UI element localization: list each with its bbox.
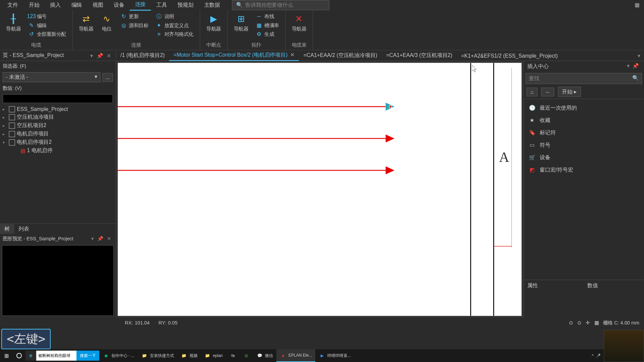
arrow-icon bbox=[386, 166, 394, 174]
back-button[interactable]: ← bbox=[541, 87, 554, 96]
menu-tool[interactable]: 工具 bbox=[151, 0, 172, 10]
drawing-area[interactable]: A bbox=[116, 61, 523, 318]
menu-edit[interactable]: 编辑 bbox=[66, 0, 87, 10]
fillrate-button[interactable]: ▦槽满率 bbox=[254, 21, 281, 29]
tags-item[interactable]: 🔖标记符 bbox=[526, 127, 642, 139]
chevron-down-icon[interactable]: ▾ bbox=[90, 236, 96, 242]
close-icon[interactable]: ✕ bbox=[105, 52, 113, 58]
list-tab[interactable]: 列表 bbox=[14, 224, 34, 234]
menu-view[interactable]: 视图 bbox=[87, 0, 108, 10]
breakpoint-navigator-button[interactable]: ▶ 导航器 bbox=[204, 11, 223, 33]
layout-icon[interactable]: ▦ bbox=[630, 2, 644, 8]
chevron-down-icon[interactable]: ▾ bbox=[89, 52, 95, 58]
tree-item[interactable]: ▸ESS_Sample_Project bbox=[1, 106, 115, 113]
description-button[interactable]: ⓘ说明 bbox=[154, 12, 195, 20]
menu-start[interactable]: 开始 bbox=[23, 0, 45, 10]
project-tree[interactable]: ▸ESS_Sample_Project ▸空压机油冷项目 ▸空压机项目2 ▸电机… bbox=[0, 104, 116, 223]
task-eplan[interactable]: ▲EPLAN Ele... bbox=[276, 349, 315, 362]
back-icon: ← bbox=[545, 89, 550, 95]
symbol-icon: ▭ bbox=[528, 141, 536, 149]
snap-icon[interactable]: ⊙ bbox=[569, 320, 573, 325]
potential-button[interactable]: ∿ 电位 bbox=[98, 11, 116, 33]
align-format-button[interactable]: ≡对齐与格式化 bbox=[154, 30, 195, 38]
search-go-button[interactable]: 搜索一下 bbox=[76, 351, 99, 361]
filter-combo[interactable]: - 未激活 -▾ bbox=[3, 72, 101, 82]
preview-area[interactable] bbox=[2, 245, 114, 316]
connection-point[interactable] bbox=[389, 105, 392, 108]
home-button[interactable]: ⌂ bbox=[526, 87, 537, 96]
connect-navigator-button[interactable]: ⇄ 导航器 bbox=[76, 11, 96, 33]
doc-tab-1[interactable]: /1 (电机启停项目2) bbox=[116, 50, 169, 60]
browser-icon: ◎ bbox=[243, 352, 250, 359]
menu-device[interactable]: 设备 bbox=[108, 0, 129, 10]
place-defpoint-button[interactable]: ✦放置定义点 bbox=[154, 21, 195, 29]
chevron-down-icon[interactable]: ▾ bbox=[626, 63, 631, 69]
cable-navigator-button[interactable]: ╂ 导航器 bbox=[4, 11, 23, 33]
ie-icon[interactable]: e bbox=[25, 353, 36, 359]
menu-connect[interactable]: 连接 bbox=[130, 0, 151, 10]
close-icon[interactable]: ✕ bbox=[105, 236, 113, 242]
task-folder-install[interactable]: 📁安装快捷方式 bbox=[138, 349, 177, 362]
tabs-bar: 页 - ESS_Sample_Project ▾ 📌 ✕ /1 (电机启停项目2… bbox=[0, 50, 644, 61]
snap-icon[interactable]: ⊙ bbox=[577, 320, 581, 325]
insert-search[interactable]: 查找 🔍 bbox=[526, 73, 642, 84]
ribbon: ╂ 导航器 123编号 ✎编辑 ↺全部重新分配 电缆 ⇄ 导航器 ∿ 电位 ↻更… bbox=[0, 10, 644, 50]
recent-item[interactable]: 🕓最近一次使用的 bbox=[526, 102, 642, 114]
task-edge[interactable]: ◉创作中心 - ... bbox=[99, 349, 138, 362]
doc-tab-4[interactable]: =CA1+EAA/3 (空压机项目2) bbox=[382, 50, 457, 60]
numbering-button[interactable]: 123编号 bbox=[26, 12, 68, 20]
chevron-down-icon[interactable]: ▾ bbox=[634, 52, 644, 58]
tree-item[interactable]: ▸电机启停项目 bbox=[1, 130, 115, 138]
menu-master[interactable]: 主数据 bbox=[199, 0, 225, 10]
pin-icon[interactable]: 📌 bbox=[95, 52, 105, 58]
task-folder-video[interactable]: 📁视频 bbox=[177, 349, 201, 362]
menu-insert[interactable]: 插入 bbox=[45, 0, 66, 10]
task-bilibili[interactable]: ▶哔哩哔哩直... bbox=[315, 349, 354, 362]
macro-icon: ◩ bbox=[528, 166, 536, 174]
symbols-item[interactable]: ▭符号 bbox=[526, 139, 642, 151]
edit-button[interactable]: ✎编辑 bbox=[26, 21, 68, 29]
doc-tab-2[interactable]: =Motor Start Stop+Control Box/2 (电机启停项目)… bbox=[169, 50, 299, 61]
menu-bar: 文件 开始 插入 编辑 视图 设备 连接 工具 预规划 主数据 🔍 告诉我你想要… bbox=[0, 0, 644, 10]
ry-label: RY: bbox=[159, 320, 166, 325]
update-button[interactable]: ↻更新 bbox=[118, 12, 150, 20]
task-store[interactable]: 🛍 bbox=[226, 349, 239, 362]
favorites-item[interactable]: ★收藏 bbox=[526, 114, 642, 127]
harness-navigator-button[interactable]: ✕ 导航器 bbox=[289, 11, 309, 33]
tree-item[interactable]: ▸空压机项目2 bbox=[1, 121, 115, 130]
redistribute-button[interactable]: ↺全部重新分配 bbox=[26, 30, 68, 38]
mic-icon[interactable]: 🎤 bbox=[596, 354, 601, 358]
routing-button[interactable]: ─布线 bbox=[254, 12, 281, 20]
eplan-icon: ▲ bbox=[280, 352, 286, 359]
tree-item[interactable]: ▾电机启停项目2 bbox=[1, 138, 115, 146]
task-360[interactable]: ◎ bbox=[239, 349, 253, 362]
chevron-up-icon[interactable]: ^ bbox=[592, 354, 593, 358]
task-wechat[interactable]: 💬微信 bbox=[253, 349, 276, 362]
generate-button[interactable]: ⚙生成 bbox=[254, 30, 281, 38]
doc-tab-5[interactable]: =K1+A2&EFS1/2 (ESS_Sample_Project) bbox=[457, 51, 562, 60]
doc-tab-3[interactable]: =CA1+EAA/2 (空压机油冷项目) bbox=[299, 50, 382, 60]
menu-file[interactable]: 文件 bbox=[2, 0, 23, 10]
tree-tab[interactable]: 树 bbox=[0, 224, 14, 234]
task-folder-eplan[interactable]: 📁eplan bbox=[201, 349, 226, 362]
topology-navigator-button[interactable]: ⊞ 导航器 bbox=[231, 11, 251, 33]
devices-item[interactable]: 🛒设备 bbox=[526, 151, 642, 164]
folder-icon: 📁 bbox=[141, 352, 148, 359]
crosshair-icon[interactable]: ✛ bbox=[586, 320, 590, 325]
start-crumb[interactable]: 开始 ▸ bbox=[558, 87, 581, 97]
menu-preplan[interactable]: 预规划 bbox=[172, 0, 199, 10]
source-target-button[interactable]: ◎源和目标 bbox=[118, 21, 150, 29]
filter-more-button[interactable]: ... bbox=[102, 73, 113, 81]
value-input[interactable] bbox=[3, 94, 113, 103]
tree-item[interactable]: ▤1 电机启停 bbox=[1, 146, 115, 155]
close-icon[interactable]: ✕ bbox=[290, 52, 294, 58]
news-search-input[interactable] bbox=[36, 351, 76, 361]
grid-icon[interactable]: ▦ bbox=[594, 320, 599, 325]
start-button[interactable]: ⊞ bbox=[0, 349, 13, 362]
pin-icon[interactable]: 📌 bbox=[96, 236, 105, 242]
tell-me-search[interactable]: 🔍 告诉我你想要做什么 bbox=[232, 0, 329, 10]
tree-item[interactable]: ▸空压机油冷项目 bbox=[1, 113, 115, 121]
macros-item[interactable]: ◩窗口宏/符号宏 bbox=[526, 164, 642, 176]
cortana-button[interactable] bbox=[13, 349, 25, 362]
pin-icon[interactable]: 📌 bbox=[631, 63, 640, 69]
